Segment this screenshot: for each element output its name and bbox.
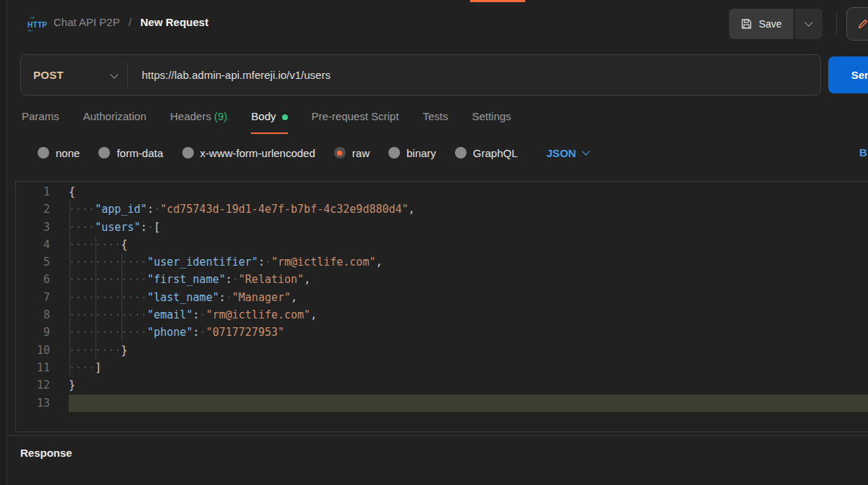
body-editor[interactable]: 1{2····"app_id":·"cd75743d-19d1-4e7f-b7b… <box>15 181 868 432</box>
line-number: 1 <box>16 183 69 201</box>
line-number: 4 <box>16 236 69 253</box>
body-type-binary[interactable]: binary <box>388 147 436 159</box>
code-line[interactable]: 2····"app_id":·"cd75743d-19d1-4e7f-b7bf-… <box>16 201 868 218</box>
line-number: 2 <box>16 201 69 218</box>
code-line[interactable]: 9············"phone":·"0717727953" <box>16 324 868 341</box>
tab-pre-request-script[interactable]: Pre-request Script <box>312 107 399 134</box>
code-line[interactable]: 5············"user_identifier":·"rm@ictl… <box>16 253 868 271</box>
body-type-none[interactable]: none <box>38 147 80 159</box>
chevron-down-icon <box>804 18 812 26</box>
header-divider <box>836 12 837 35</box>
code-line[interactable]: 12} <box>16 376 868 394</box>
save-button-label: Save <box>759 18 782 30</box>
code-content: ············"user_identifier":·"rm@ictli… <box>69 253 868 271</box>
tab-label: Headers <box>170 110 211 122</box>
chevron-down-icon <box>110 70 118 78</box>
code-line[interactable]: 1{ <box>16 183 868 201</box>
code-line[interactable]: 6············"first_name":·"Relation", <box>16 271 868 288</box>
radio-label: raw <box>352 147 370 159</box>
code-line[interactable]: 10········} <box>16 342 868 359</box>
request-url-bar: POST https://lab.admin-api.mfereji.io/v1… <box>20 54 821 96</box>
radio-label: form-data <box>116 147 163 159</box>
line-number: 6 <box>16 271 69 288</box>
indent-guide <box>69 201 70 376</box>
radio-icon <box>182 147 194 159</box>
tab-settings[interactable]: Settings <box>472 107 511 134</box>
body-type-form-data[interactable]: form-data <box>98 147 163 159</box>
line-number: 12 <box>16 376 69 394</box>
method-selector[interactable]: POST <box>21 69 127 81</box>
line-number: 10 <box>16 342 69 359</box>
line-number: 13 <box>16 395 69 412</box>
floppy-disk-icon <box>741 18 752 30</box>
code-content: ············"phone":·"0717727953" <box>69 324 868 341</box>
body-type-options: noneform-datax-www-form-urlencodedrawbin… <box>38 142 589 164</box>
body-type-raw[interactable]: raw <box>334 147 370 159</box>
radio-label: GraphQL <box>473 147 518 159</box>
code-line[interactable]: 7············"last_name":·"Manager", <box>16 289 868 306</box>
radio-label: x-www-form-urlencoded <box>200 147 315 159</box>
tab-tests[interactable]: Tests <box>422 107 448 134</box>
language-label: JSON <box>547 147 576 159</box>
code-content: ········} <box>69 342 868 359</box>
tab-headers[interactable]: Headers(9) <box>170 107 227 134</box>
line-number: 8 <box>16 306 69 324</box>
line-number: 9 <box>16 324 69 341</box>
code-content: ············"email":·"rm@ictlife.com", <box>69 306 868 324</box>
code-content: ····"app_id":·"cd75743d-19d1-4e7f-b7bf-4… <box>69 201 868 218</box>
modified-dot-icon <box>282 114 288 120</box>
code-content <box>69 395 868 412</box>
chevron-down-icon <box>582 147 590 155</box>
radio-icon <box>455 147 467 159</box>
breadcrumb-separator: / <box>129 16 132 28</box>
radio-icon <box>98 147 110 159</box>
tab-params[interactable]: Params <box>22 107 59 134</box>
edit-button[interactable] <box>846 7 868 41</box>
breadcrumb-request-name[interactable]: New Request <box>140 16 208 28</box>
response-divider <box>7 435 868 436</box>
indent-guide <box>122 253 122 342</box>
indent-guide <box>95 236 96 359</box>
radio-icon <box>334 147 346 159</box>
beautify-link[interactable]: B <box>859 146 867 159</box>
line-number: 11 <box>16 359 69 376</box>
code-line[interactable]: 4········{ <box>16 236 868 253</box>
tab-label: Params <box>22 110 59 122</box>
breadcrumb: Chat API P2P / New Request <box>54 16 208 28</box>
code-content: ············"first_name":·"Relation", <box>69 271 868 288</box>
code-line[interactable]: 13 <box>16 395 868 412</box>
save-split-button: Save <box>729 9 822 39</box>
radio-icon <box>388 147 400 159</box>
code-content: { <box>69 183 868 201</box>
code-content: } <box>69 376 868 394</box>
code-line[interactable]: 8············"email":·"rm@ictlife.com", <box>16 306 868 324</box>
code-content: ····] <box>69 359 868 376</box>
send-button[interactable]: Send <box>828 56 868 93</box>
tab-label: Pre-request Script <box>312 110 399 122</box>
tab-body[interactable]: Body <box>251 107 287 134</box>
save-options-button[interactable] <box>795 9 822 39</box>
code-line[interactable]: 3····"users":·[ <box>16 219 868 236</box>
active-tab-indicator <box>470 0 525 2</box>
line-number: 5 <box>16 253 69 271</box>
line-number: 3 <box>16 219 69 236</box>
radio-label: binary <box>407 147 436 159</box>
radio-icon <box>38 147 49 159</box>
code-line[interactable]: 11····] <box>16 359 868 376</box>
code-content: ····"users":·[ <box>69 219 868 236</box>
code-content: ········{ <box>69 236 868 253</box>
body-type-x-www-form-urlencoded[interactable]: x-www-form-urlencoded <box>182 147 315 159</box>
tab-label: Settings <box>472 110 511 122</box>
save-button[interactable]: Save <box>729 9 793 39</box>
body-type-graphql[interactable]: GraphQL <box>455 147 518 159</box>
tab-authorization[interactable]: Authorization <box>83 107 147 134</box>
url-input[interactable]: https://lab.admin-api.mfereji.io/v1/user… <box>142 69 331 81</box>
http-request-icon: → HTTP ← <box>26 16 52 35</box>
tab-label: Authorization <box>83 110 147 122</box>
pencil-icon <box>856 17 868 31</box>
response-section-title: Response <box>20 447 72 459</box>
breadcrumb-collection[interactable]: Chat API P2P <box>54 16 119 28</box>
method-label: POST <box>21 69 64 81</box>
language-selector[interactable]: JSON <box>547 147 590 159</box>
request-tabs: ParamsAuthorizationHeaders(9)BodyPre-req… <box>22 107 511 136</box>
